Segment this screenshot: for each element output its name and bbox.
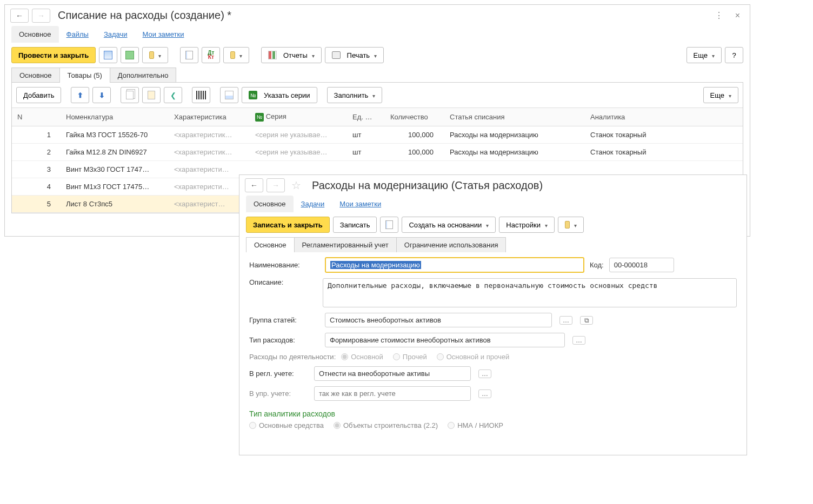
- sub-attach-dropdown-button[interactable]: [558, 217, 584, 233]
- sub-toolbar: Записать и закрыть Записать Создать на о…: [239, 212, 747, 237]
- mgmt-account-field[interactable]: [314, 386, 471, 401]
- create-based-dropdown-button[interactable]: Создать на основании: [402, 217, 496, 233]
- move-up-button[interactable]: ⬆: [71, 87, 89, 103]
- table-row[interactable]: 1 Гайка М3 ГОСТ 15526-70 <характеристик……: [12, 126, 743, 143]
- sub-page-title: Расходы на модернизацию (Статья расходов…: [308, 179, 543, 192]
- specify-series-button[interactable]: № Указать серии: [242, 87, 317, 103]
- mgmt-select-button[interactable]: …: [478, 389, 491, 398]
- fill-dropdown-button[interactable]: Заполнить: [327, 87, 383, 103]
- save-button[interactable]: [99, 47, 117, 63]
- attach-dropdown-button[interactable]: [223, 47, 249, 63]
- sub-form-tab-main[interactable]: Основное: [246, 237, 295, 252]
- analytics-radio-fixedassets[interactable]: Основные средства: [249, 421, 324, 429]
- goods-more-dropdown-button[interactable]: Еще: [703, 87, 738, 103]
- regl-account-field[interactable]: [314, 366, 471, 381]
- structure-button[interactable]: [180, 47, 198, 63]
- post-button[interactable]: [121, 47, 139, 63]
- folder-icon: [149, 51, 154, 59]
- regl-select-button[interactable]: …: [478, 369, 491, 378]
- save-icon: [104, 51, 112, 59]
- nav-forward-button[interactable]: →: [32, 9, 50, 23]
- description-field[interactable]: [323, 278, 737, 307]
- col-series[interactable]: № Серия: [250, 108, 347, 126]
- paste-button[interactable]: [142, 87, 161, 103]
- form-button[interactable]: [220, 87, 238, 103]
- sub-window: ← → ☆ Расходы на модернизацию (Статья ра…: [239, 174, 747, 455]
- activity-radio-main[interactable]: Основной: [341, 353, 383, 361]
- page-tab-main[interactable]: Основное: [11, 26, 59, 43]
- expense-type-field[interactable]: [325, 333, 565, 347]
- form-tabs: Основное Товары (5) Дополнительно: [5, 68, 750, 83]
- add-row-button[interactable]: Добавить: [16, 87, 61, 103]
- share-button[interactable]: ❮: [164, 87, 182, 103]
- page-tab-files[interactable]: Файлы: [59, 26, 96, 43]
- barcode-button[interactable]: [192, 87, 210, 103]
- code-field[interactable]: [609, 258, 674, 272]
- label-regl: В регл. учете:: [249, 369, 309, 378]
- sub-nav-forward-button[interactable]: →: [266, 178, 285, 192]
- group-field[interactable]: [325, 313, 552, 327]
- activity-radio-other[interactable]: Прочей: [393, 353, 427, 361]
- favorite-star-icon[interactable]: ☆: [288, 179, 304, 192]
- settings-dropdown-button[interactable]: Настройки: [499, 217, 555, 233]
- page-tab-tasks[interactable]: Задачи: [96, 26, 135, 43]
- sub-structure-button[interactable]: [380, 217, 398, 233]
- sub-page-tab-tasks[interactable]: Задачи: [294, 196, 332, 212]
- group-select-button[interactable]: …: [559, 316, 572, 325]
- post-and-close-button[interactable]: Провести и закрыть: [11, 47, 96, 63]
- activity-radio-both[interactable]: Основной и прочей: [437, 353, 510, 361]
- nav-back-button[interactable]: ←: [10, 9, 29, 23]
- label-type: Тип расходов:: [249, 336, 319, 344]
- analytics-radio-nma[interactable]: НМА / НИОКР: [448, 421, 503, 429]
- sub-form-tab-reglaccount[interactable]: Регламентированный учет: [294, 237, 397, 252]
- page-title: Списание на расходы (создание) *: [54, 9, 231, 22]
- table-row[interactable]: 2 Гайка М12.8 ZN DIN6927 <характеристик……: [12, 143, 743, 160]
- save-record-button[interactable]: Записать: [333, 217, 377, 233]
- group-open-button[interactable]: ⧉: [580, 316, 593, 325]
- col-quantity[interactable]: Количество: [385, 108, 444, 126]
- label-activity: Расходы по деятельности:: [249, 353, 336, 361]
- attach-icon: [565, 221, 570, 229]
- doc-icon: [385, 220, 393, 229]
- basis-dropdown-button[interactable]: [142, 47, 168, 63]
- sub-page-tab-main[interactable]: Основное: [246, 196, 294, 212]
- col-n[interactable]: N: [12, 108, 61, 126]
- more-dropdown-button[interactable]: Еще: [687, 47, 722, 63]
- print-dropdown-button[interactable]: Печать: [325, 47, 384, 63]
- save-and-close-button[interactable]: Записать и закрыть: [246, 217, 330, 233]
- table-header-row: N Номенклатура Характеристика № Серия Ед…: [12, 108, 743, 126]
- col-unit[interactable]: Ед. …: [347, 108, 385, 126]
- col-article[interactable]: Статья списания: [444, 108, 585, 126]
- form-icon: [225, 91, 234, 99]
- col-characteristic[interactable]: Характеристика: [169, 108, 250, 126]
- sub-page-tab-notes[interactable]: Мои заметки: [332, 196, 389, 212]
- arrow-down-icon: ⬇: [99, 91, 105, 99]
- sub-nav-back-button[interactable]: ←: [245, 178, 263, 192]
- print-icon: [332, 51, 341, 59]
- dtkt-button[interactable]: ДтКт: [202, 47, 220, 63]
- form-tab-goods[interactable]: Товары (5): [59, 68, 110, 83]
- page-tab-notes[interactable]: Мои заметки: [135, 26, 192, 43]
- attach-icon: [230, 51, 235, 59]
- sub-form-tab-restriction[interactable]: Ограничение использования: [396, 237, 507, 252]
- help-button[interactable]: ?: [725, 47, 743, 63]
- paste-icon: [148, 91, 155, 99]
- doc-icon: [185, 51, 193, 59]
- close-icon[interactable]: ×: [731, 9, 744, 23]
- move-down-button[interactable]: ⬇: [92, 87, 111, 103]
- post-icon: [125, 51, 134, 59]
- reports-dropdown-button[interactable]: Отчеты: [261, 47, 322, 63]
- share-icon: ❮: [170, 91, 176, 99]
- col-nomenclature[interactable]: Номенклатура: [61, 108, 169, 126]
- form-tab-additional[interactable]: Дополнительно: [110, 68, 177, 83]
- label-code: Код:: [590, 261, 604, 269]
- kebab-menu-icon[interactable]: ⋮: [710, 8, 728, 23]
- name-field[interactable]: Расходы на модернизацию: [325, 257, 584, 273]
- form-tab-main[interactable]: Основное: [11, 68, 60, 83]
- chart-icon: [268, 51, 277, 59]
- type-select-button[interactable]: …: [572, 336, 585, 345]
- analytics-radio-construction[interactable]: Объекты строительства (2.2): [334, 421, 438, 429]
- arrow-up-icon: ⬆: [77, 91, 83, 99]
- col-analytics[interactable]: Аналитика: [585, 108, 743, 126]
- copy-button[interactable]: [121, 87, 139, 103]
